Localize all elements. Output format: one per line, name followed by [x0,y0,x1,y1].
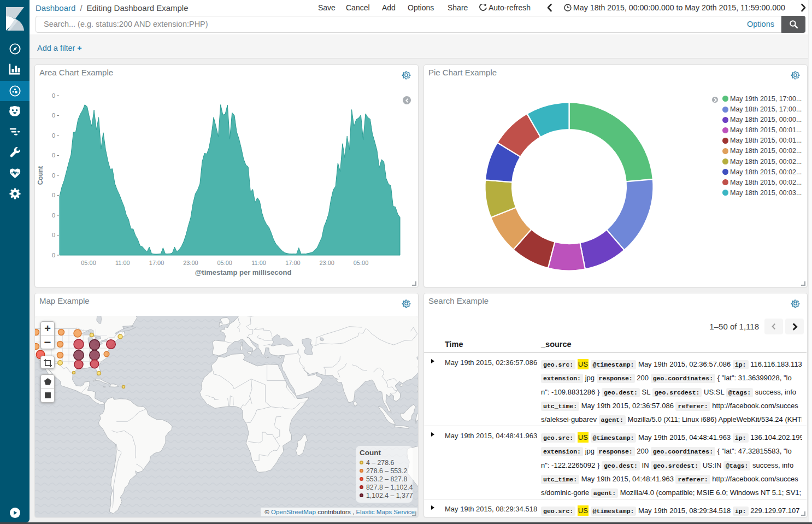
svg-text:0: 0 [52,212,55,219]
svg-text:23:00: 23:00 [183,260,198,266]
svg-text:0: 0 [52,232,55,238]
svg-text:05:00: 05:00 [217,260,232,266]
svg-text:0: 0 [52,172,55,179]
svg-text:11:00: 11:00 [251,260,266,266]
svg-text:0: 0 [52,252,55,258]
svg-text:17:00: 17:00 [149,260,164,266]
svg-text:0: 0 [52,152,55,158]
svg-text:0: 0 [52,92,55,99]
svg-text:0: 0 [52,192,55,198]
svg-text:0: 0 [52,132,55,139]
svg-text:05:00: 05:00 [354,260,369,266]
svg-text:@timestamp per millisecond: @timestamp per millisecond [195,268,292,276]
svg-text:05:00: 05:00 [81,260,96,266]
svg-text:17:00: 17:00 [285,260,301,266]
svg-text:0: 0 [52,112,55,119]
svg-text:23:00: 23:00 [319,260,334,266]
svg-text:Count: Count [37,166,44,185]
svg-text:11:00: 11:00 [115,260,130,266]
